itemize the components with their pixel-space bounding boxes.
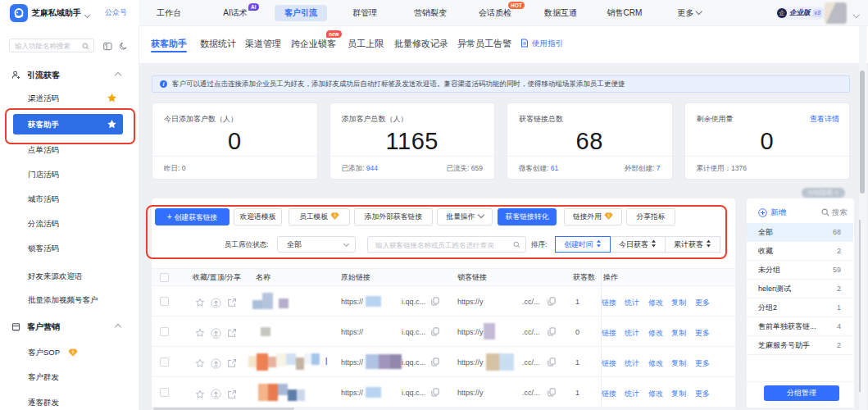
action-edit[interactable]: 修改	[648, 358, 663, 369]
nav-chat-inspection[interactable]: 会话质检	[479, 0, 511, 26]
wk-created-link[interactable]: 61	[551, 164, 558, 172]
welcome-template-button[interactable]: 欢迎语模板	[234, 208, 282, 226]
action-stats[interactable]: 统计	[625, 358, 639, 369]
action-copy[interactable]: 复制	[671, 328, 686, 339]
share-icon[interactable]	[227, 328, 237, 338]
nav-ai-script[interactable]: AI话术	[223, 0, 247, 26]
staff-template-button[interactable]: 员工模板	[289, 208, 350, 226]
share-icon[interactable]	[227, 358, 237, 368]
group-item-all[interactable]: 全部68	[747, 223, 853, 242]
vscrollbar-thumb[interactable]	[860, 71, 865, 194]
nav-group-management[interactable]: 群管理	[352, 0, 377, 26]
group-item-ungrouped[interactable]: 未分组59	[747, 261, 853, 280]
group-item-favorites[interactable]: 收藏2	[747, 242, 853, 261]
sort-by-total[interactable]: 累计获客	[665, 236, 720, 253]
favorite-star-icon[interactable]	[195, 298, 205, 308]
copy-icon[interactable]	[548, 388, 556, 397]
link-search-box[interactable]	[367, 236, 526, 253]
select-all-checkbox[interactable]	[160, 273, 169, 282]
horizontal-scrollbar[interactable]	[152, 407, 735, 410]
copy-icon[interactable]	[431, 327, 439, 336]
tab-abnormal-staff-alert[interactable]: 异常员工告警	[457, 26, 511, 63]
external-created-link[interactable]: 7	[657, 164, 661, 172]
share-icon[interactable]	[227, 298, 237, 308]
nav-sales-crm[interactable]: 销售CRM	[607, 0, 643, 26]
usage-guide-link[interactable]: 使用指引	[520, 26, 563, 63]
sidebar-item-city-code[interactable]: 城市活码	[0, 194, 139, 205]
sidebar-item-chase-broadcast[interactable]: 逐客群发	[0, 397, 139, 408]
link-search-input[interactable]	[375, 238, 507, 252]
create-link-button[interactable]: +创建获客链接	[155, 208, 229, 226]
sort-by-create-time[interactable]: 创建时间	[555, 236, 611, 253]
sidebar-search[interactable]	[9, 39, 94, 52]
action-link[interactable]: 链接	[602, 298, 616, 308]
sidebar-item-order-code[interactable]: 点单活码	[0, 144, 139, 156]
account-chevron-down-icon[interactable]	[854, 10, 859, 18]
group-item-service-assistant[interactable]: 芝麻服务号助手2	[747, 336, 853, 355]
sort-by-today[interactable]: 今日获客	[610, 236, 666, 253]
sidebar-item-lock-code[interactable]: 锁客活码	[0, 243, 139, 254]
sidebar-item-store-code[interactable]: 门店活码	[0, 169, 139, 180]
dark-mode-moon-icon[interactable]	[119, 42, 128, 51]
mp-account-link[interactable]: 公众号	[105, 0, 127, 25]
action-copy[interactable]: 复制	[671, 298, 686, 308]
tab-acquisition-assistant[interactable]: 获客助手	[151, 26, 187, 63]
group-search-button[interactable]: 搜索	[821, 206, 848, 219]
sidebar-item-split-code[interactable]: 分流活码	[0, 218, 139, 230]
link-external-use-button[interactable]: 链接外用	[564, 208, 622, 226]
group-item-presale[interactable]: 售前单独获客链...4	[747, 317, 853, 336]
row-checkbox[interactable]	[160, 327, 169, 336]
action-stats[interactable]: 统计	[625, 328, 639, 339]
copy-icon[interactable]	[431, 297, 439, 306]
pin-top-icon[interactable]	[211, 298, 221, 308]
nav-data-interop[interactable]: 数据互通	[544, 0, 577, 26]
avatar[interactable]	[825, 2, 847, 24]
row-checkbox[interactable]	[160, 297, 169, 306]
nav-marketing-fission[interactable]: 营销裂变	[414, 0, 447, 26]
action-more[interactable]: 更多	[695, 298, 710, 308]
copy-icon[interactable]	[548, 297, 556, 306]
share-metrics-button[interactable]: 分享指标	[626, 208, 675, 226]
sidebar-section-acquisition[interactable]: 引流获客	[0, 70, 139, 81]
brand-chevron-down-icon[interactable]	[85, 11, 89, 15]
action-copy[interactable]: 复制	[671, 358, 686, 369]
panel-scrollbar-line[interactable]	[859, 220, 861, 392]
sidebar-item-friend-welcome[interactable]: 好友来源欢迎语	[0, 271, 139, 282]
sidebar-item-customer-sop[interactable]: 客户SOP	[0, 347, 139, 358]
copy-icon[interactable]	[548, 327, 556, 336]
link-convert-button[interactable]: 获客链接转化	[498, 208, 557, 226]
row-checkbox[interactable]	[160, 388, 169, 397]
favorite-star-icon[interactable]	[195, 328, 205, 338]
tab-batch-modify-log[interactable]: 批量修改记录	[394, 26, 448, 63]
tab-channel-management[interactable]: 渠道管理	[245, 26, 281, 63]
pin-top-icon[interactable]	[211, 358, 221, 369]
action-link[interactable]: 链接	[602, 328, 616, 339]
favorite-star-icon[interactable]	[195, 358, 205, 368]
action-edit[interactable]: 修改	[648, 328, 663, 339]
action-more[interactable]: 更多	[695, 328, 710, 339]
copy-icon[interactable]	[431, 388, 439, 397]
add-external-link-button[interactable]: 添加外部获客链接	[354, 208, 433, 226]
seat-status-select[interactable]: 全部	[277, 236, 356, 253]
group-item-helen-test[interactable]: helen测试2	[747, 280, 853, 298]
pin-top-icon[interactable]	[211, 389, 221, 399]
favorite-star-icon[interactable]	[107, 93, 117, 103]
group-panel-collapse-tag[interactable]: 分组隐藏 ∧	[802, 188, 845, 198]
row-checkbox[interactable]	[160, 358, 169, 367]
group-item-group2[interactable]: 分组21	[747, 298, 853, 317]
collapse-sidebar-icon[interactable]	[103, 42, 112, 51]
action-link[interactable]: 链接	[602, 389, 616, 399]
hscrollbar-thumb[interactable]	[153, 408, 294, 410]
action-stats[interactable]: 统计	[625, 298, 639, 308]
batch-operations-button[interactable]: 批量操作	[437, 208, 493, 226]
sidebar-section-marketing[interactable]: 客户营销	[0, 321, 139, 333]
added-count-link[interactable]: 944	[366, 164, 378, 172]
sidebar-item-acquisition-assistant-selected[interactable]: 获客助手	[13, 114, 123, 134]
sidebar-item-customer-broadcast[interactable]: 客户群发	[0, 371, 139, 383]
action-edit[interactable]: 修改	[648, 298, 663, 308]
action-copy[interactable]: 复制	[671, 389, 686, 399]
action-more[interactable]: 更多	[695, 389, 710, 399]
tab-data-statistics[interactable]: 数据统计	[200, 26, 236, 63]
action-edit[interactable]: 修改	[648, 389, 663, 399]
favorite-star-icon[interactable]	[195, 390, 205, 399]
